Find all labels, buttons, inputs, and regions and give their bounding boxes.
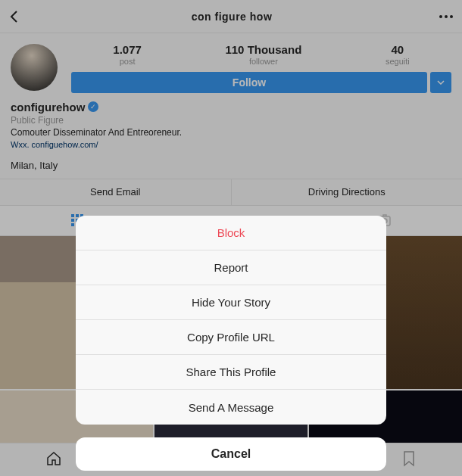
block-option[interactable]: Block [76, 216, 386, 250]
cancel-button[interactable]: Cancel [76, 437, 386, 471]
send-message-option[interactable]: Send A Message [76, 390, 386, 425]
copy-url-option[interactable]: Copy Profile URL [76, 320, 386, 355]
hide-story-option[interactable]: Hide Your Story [76, 285, 386, 320]
report-option[interactable]: Report [76, 250, 386, 285]
share-profile-option[interactable]: Share This Profile [76, 355, 386, 390]
action-sheet: Block Report Hide Your Story Copy Profil… [76, 216, 386, 425]
